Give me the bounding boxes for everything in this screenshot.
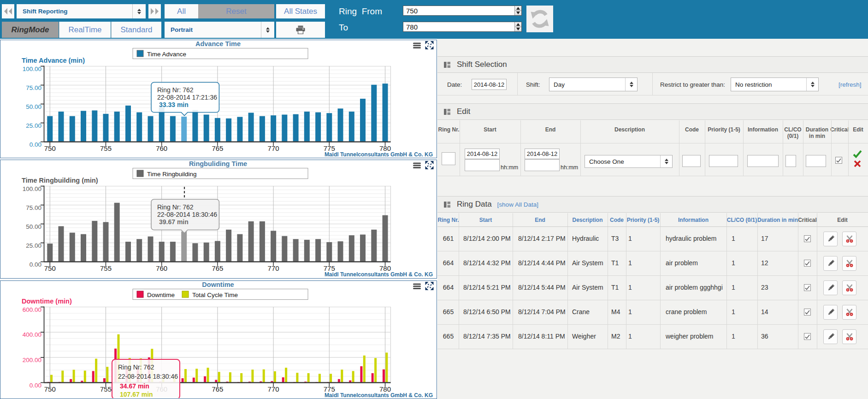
- svg-text:770: 770: [268, 144, 279, 152]
- svg-text:750: 750: [44, 385, 56, 393]
- svg-text:75.00: 75.00: [26, 204, 41, 211]
- svg-text:Ring Nr: 762: Ring Nr: 762: [157, 86, 194, 93]
- svg-text:Ring Nr: 762: Ring Nr: 762: [118, 363, 154, 371]
- svg-text:765: 765: [212, 144, 223, 152]
- svg-text:22-08-2014 17:21:36: 22-08-2014 17:21:36: [157, 93, 217, 101]
- svg-text:39.67 min: 39.67 min: [159, 218, 189, 226]
- svg-text:770: 770: [268, 385, 279, 393]
- svg-text:Time Ringbuilding (min): Time Ringbuilding (min): [22, 177, 98, 184]
- svg-text:Advance Time: Advance Time: [195, 40, 241, 48]
- svg-text:755: 755: [100, 385, 112, 393]
- svg-text:34.67 min: 34.67 min: [120, 382, 149, 390]
- svg-text:Downtime (min): Downtime (min): [22, 298, 72, 305]
- svg-text:Downtime: Downtime: [202, 281, 234, 288]
- svg-text:750: 750: [44, 144, 56, 152]
- svg-text:760: 760: [156, 144, 167, 152]
- svg-text:Total Cycle Time: Total Cycle Time: [192, 291, 238, 298]
- svg-text:765: 765: [212, 264, 223, 272]
- svg-text:Maidl Tunnelconsultants GmbH &: Maidl Tunnelconsultants GmbH & Co. KG: [325, 151, 433, 157]
- svg-text:Ringbuliding Time: Ringbuliding Time: [189, 160, 247, 167]
- svg-text:107.67 min: 107.67 min: [120, 391, 153, 398]
- svg-text:75.00: 75.00: [26, 84, 41, 91]
- svg-text:Downtime: Downtime: [147, 291, 175, 298]
- svg-text:0.00: 0.00: [30, 141, 41, 148]
- svg-text:770: 770: [268, 264, 279, 272]
- svg-text:200.00: 200.00: [23, 356, 41, 363]
- svg-text:Time Advance: Time Advance: [147, 50, 186, 57]
- svg-text:Ring Nr: 762: Ring Nr: 762: [157, 203, 194, 210]
- svg-text:22-08-2014 18:30:46: 22-08-2014 18:30:46: [118, 373, 178, 380]
- svg-text:Maidl Tunnelconsultants GmbH &: Maidl Tunnelconsultants GmbH & Co. KG: [325, 392, 433, 398]
- svg-text:750: 750: [44, 264, 56, 272]
- svg-text:25.00: 25.00: [26, 122, 41, 129]
- svg-text:0.00: 0.00: [30, 261, 41, 268]
- svg-text:22-08-2014 18:30:46: 22-08-2014 18:30:46: [157, 210, 217, 218]
- svg-text:100.00: 100.00: [23, 185, 41, 192]
- svg-text:Time Ringbuilding: Time Ringbuilding: [147, 170, 197, 177]
- svg-text:760: 760: [156, 264, 167, 272]
- svg-text:755: 755: [100, 264, 112, 272]
- svg-text:50.00: 50.00: [26, 223, 41, 230]
- svg-text:50.00: 50.00: [26, 103, 41, 110]
- svg-text:0.00: 0.00: [30, 381, 41, 388]
- svg-text:25.00: 25.00: [26, 242, 41, 249]
- svg-text:755: 755: [100, 144, 112, 152]
- svg-text:Maidl Tunnelconsultants GmbH &: Maidl Tunnelconsultants GmbH & Co. KG: [325, 271, 433, 277]
- svg-text:600.00: 600.00: [23, 306, 41, 313]
- svg-text:765: 765: [212, 385, 223, 393]
- svg-text:Time Advance (min): Time Advance (min): [22, 57, 85, 64]
- svg-text:33.33 min: 33.33 min: [159, 101, 189, 108]
- svg-text:100.00: 100.00: [23, 65, 41, 72]
- svg-text:400.00: 400.00: [23, 331, 41, 338]
